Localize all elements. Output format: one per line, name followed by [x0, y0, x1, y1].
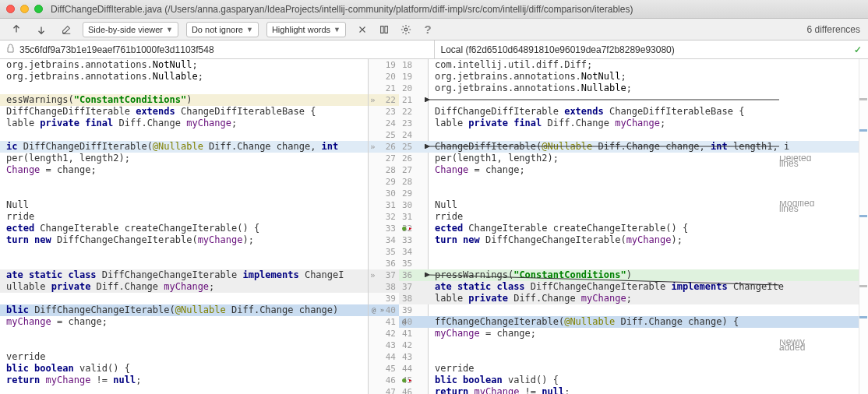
code-line[interactable]: ate static class DiffChangeChangeIterabl…	[0, 269, 368, 281]
code-line[interactable]: ected ChangeIterable createChangeIterabl…	[0, 223, 368, 234]
collapse-unchanged-button[interactable]	[354, 22, 371, 37]
code-line[interactable]: blic DiffChangeChangeIterable(@Nullable …	[0, 304, 368, 316]
code-line[interactable]: blic boolean valid() {	[0, 363, 368, 375]
diff-toolbar: Side-by-side viewer ▼ Do not ignore ▼ Hi…	[0, 19, 868, 40]
left-pane-header: 35c6fdf9a73b1e19eaef761b1000fe3d1103f548	[0, 40, 434, 58]
code-line[interactable]: ic DiffChangeDiffIterable(@Nullable Diff…	[0, 141, 368, 153]
line-number: 34	[369, 234, 399, 246]
line-number: 24	[369, 118, 399, 129]
diff-panes: org.jetbrains.annotations.NotNull;org.je…	[0, 59, 868, 394]
line-number: 38	[369, 281, 399, 293]
close-window-button[interactable]	[6, 5, 15, 13]
ignore-mode-label: Do not ignore	[192, 25, 243, 34]
code-line[interactable]	[0, 129, 368, 141]
annotation-label: Newly added lines	[779, 339, 805, 350]
pane-headers: 35c6fdf9a73b1e19eaef761b1000fe3d1103f548…	[0, 40, 868, 59]
code-line[interactable]	[0, 258, 368, 269]
code-line[interactable]	[0, 293, 368, 304]
code-line[interactable]	[0, 339, 368, 351]
help-button[interactable]: ?	[419, 22, 436, 37]
annotation-label: Deleted lines	[779, 156, 811, 167]
diff-count: 6 differences	[807, 24, 861, 35]
chevron-down-icon: ▼	[246, 26, 253, 33]
code-line[interactable]	[0, 328, 368, 339]
code-line[interactable]: verride	[0, 351, 368, 363]
line-number: 32	[369, 211, 399, 223]
title-bar: DiffChangeDiffIterable.java (/Users/anna…	[0, 0, 868, 19]
left-code-pane[interactable]: org.jetbrains.annotations.NotNull;org.je…	[0, 59, 368, 394]
checkmark-icon: ✓	[854, 44, 862, 55]
minimize-window-button[interactable]	[20, 5, 29, 13]
code-line[interactable]	[0, 176, 368, 188]
line-number: 43	[369, 339, 399, 351]
line-number: 44	[369, 351, 399, 363]
window-controls	[6, 5, 43, 13]
line-number: 29	[369, 176, 399, 188]
line-number: 19	[369, 59, 399, 71]
right-pane-header: Local (f62d6510d64891810e96019dea7f2b828…	[434, 40, 869, 58]
code-line[interactable]: essWarnings("ConstantConditions")	[0, 94, 368, 106]
svg-point-0	[404, 28, 408, 31]
line-number: 25	[369, 129, 399, 141]
settings-button[interactable]	[397, 22, 415, 37]
zoom-window-button[interactable]	[34, 5, 43, 13]
sync-scroll-button[interactable]	[376, 22, 393, 37]
line-number: 20	[369, 71, 399, 83]
line-number: »22	[369, 94, 399, 106]
code-line[interactable]	[0, 83, 368, 94]
annotation-label: Modified lines	[779, 201, 814, 212]
code-line[interactable]	[0, 188, 368, 199]
line-number: »37	[369, 269, 399, 281]
line-number: @ »40	[369, 304, 399, 316]
viewer-mode-select[interactable]: Side-by-side viewer ▼	[83, 22, 178, 37]
line-number: 23	[369, 106, 399, 118]
window-title: DiffChangeDiffIterable.java (/Users/anna…	[51, 4, 633, 15]
line-number: 27	[369, 153, 399, 164]
code-line[interactable]: rride	[0, 211, 368, 223]
readonly-lock-icon	[6, 44, 15, 55]
code-line[interactable]	[0, 246, 368, 258]
line-number: 30	[369, 188, 399, 199]
line-number-gutter: 192021»22232425»2627282930313233343536»3…	[368, 59, 429, 394]
code-line[interactable]: DiffChangeDiffIterable extends ChangeDif…	[0, 106, 368, 118]
line-number: 35	[369, 246, 399, 258]
highlight-mode-label: Highlight words	[272, 25, 330, 34]
code-line[interactable]: org.jetbrains.annotations.NotNull;	[0, 59, 368, 71]
left-revision-label: 35c6fdf9a73b1e19eaef761b1000fe3d1103f548	[19, 44, 214, 55]
code-line[interactable]: lable private final Diff.Change myChange…	[0, 118, 368, 129]
line-number: 33	[369, 223, 399, 234]
line-number: 21	[369, 83, 399, 94]
code-line[interactable]	[0, 386, 368, 394]
line-number: 45	[369, 363, 399, 375]
code-line[interactable]: ullable private Diff.Change myChange;	[0, 281, 368, 293]
code-line[interactable]: Change = change;	[0, 164, 368, 176]
code-line[interactable]: turn new DiffChangeChangeIterable(myChan…	[0, 234, 368, 246]
ignore-mode-select[interactable]: Do not ignore ▼	[186, 22, 259, 37]
prev-diff-button[interactable]	[8, 22, 25, 37]
code-line[interactable]: return myChange != null;	[0, 375, 368, 386]
code-line[interactable]: org.jetbrains.annotations.Nullable;	[0, 71, 368, 83]
code-line[interactable]: per(length1, length2);	[0, 153, 368, 164]
highlight-mode-select[interactable]: Highlight words ▼	[266, 22, 346, 37]
edit-source-button[interactable]	[58, 22, 75, 37]
line-number: 41	[369, 316, 399, 328]
line-number: 36	[369, 258, 399, 269]
code-line[interactable]: myChange = change;	[0, 316, 368, 328]
chevron-down-icon: ▼	[166, 26, 173, 33]
overview-ruler[interactable]	[859, 59, 868, 394]
line-number: 46	[369, 375, 399, 386]
code-line[interactable]: Null	[0, 199, 368, 211]
right-revision-label: Local (f62d6510d64891810e96019dea7f2b828…	[441, 44, 675, 55]
chevron-down-icon: ▼	[333, 26, 340, 33]
line-number: 31	[369, 199, 399, 211]
line-number: 42	[369, 328, 399, 339]
line-number: 28	[369, 164, 399, 176]
next-diff-button[interactable]	[33, 22, 50, 37]
line-number: 47	[369, 386, 399, 394]
line-number: »26	[369, 141, 399, 153]
line-number: 39	[369, 293, 399, 304]
viewer-mode-label: Side-by-side viewer	[88, 25, 163, 34]
